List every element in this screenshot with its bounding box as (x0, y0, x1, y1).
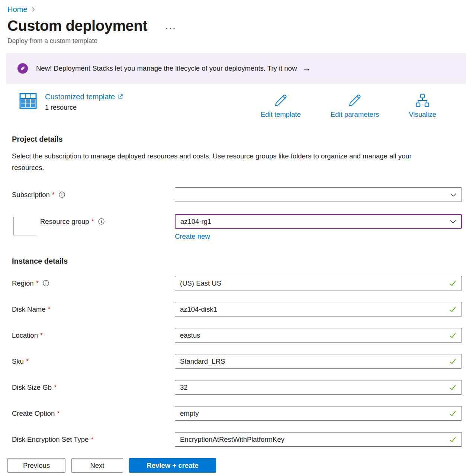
sku-input[interactable]: Standard_LRS (175, 354, 462, 369)
sku-field-row: Sku * Standard_LRS (12, 354, 466, 369)
template-text: Customized template 1 resource (45, 93, 123, 112)
disk-name-input[interactable]: az104-disk1 (175, 302, 462, 316)
required-asterisk: * (91, 435, 93, 444)
required-asterisk: * (26, 357, 29, 366)
instance-details-fields: Region * (US) East US Disk Name * az104-… (12, 276, 466, 447)
required-asterisk: * (40, 331, 43, 340)
info-icon[interactable] (43, 280, 49, 286)
resource-count: 1 resource (45, 104, 123, 112)
breadcrumb-home-link[interactable]: Home (7, 5, 27, 14)
region-input[interactable]: (US) East US (175, 276, 462, 290)
field-value: Standard_LRS (180, 357, 449, 366)
page-title: Custom deployment (7, 17, 147, 34)
field-value: az104-rg1 (180, 218, 450, 226)
chevron-down-icon[interactable] (450, 218, 456, 225)
field-label-text: Create Option (12, 409, 55, 418)
field-label-text: Disk Size Gb (12, 383, 52, 392)
checkmark-icon (449, 435, 457, 443)
project-details-fields: Subscription * Resource group * (12, 187, 466, 241)
info-icon[interactable] (98, 218, 105, 225)
instance-details-heading: Instance details (12, 257, 466, 266)
region-field-row: Region * (US) East US (12, 276, 466, 290)
create-new-link[interactable]: Create new (175, 232, 210, 241)
rocket-icon (17, 63, 28, 74)
disk-size-label: Disk Size Gb * (12, 383, 175, 392)
required-asterisk: * (52, 191, 55, 199)
chevron-down-icon[interactable] (450, 192, 457, 198)
next-button[interactable]: Next (71, 458, 123, 473)
edit-template-button[interactable]: Edit template (261, 93, 301, 119)
breadcrumb: Home (0, 0, 466, 14)
field-label-text: Location (12, 331, 38, 340)
required-asterisk: * (48, 305, 50, 313)
action-label: Visualize (409, 110, 436, 119)
announcement-banner[interactable]: New! Deployment Stacks let you manage th… (6, 53, 466, 84)
disk-encryption-label: Disk Encryption Set Type * (12, 435, 175, 444)
sku-label: Sku * (12, 357, 175, 366)
arrow-right-icon: → (302, 64, 311, 74)
resource-group-dropdown[interactable]: az104-rg1 (175, 214, 462, 229)
field-label-text: Sku (12, 357, 24, 366)
disk-encryption-input[interactable]: EncryptionAtRestWithPlatformKey (175, 432, 462, 447)
field-value: EncryptionAtRestWithPlatformKey (180, 435, 449, 444)
banner-text: New! Deployment Stacks let you manage th… (36, 64, 297, 73)
template-name-label: Customized template (45, 93, 115, 101)
page-subtitle: Deploy from a custom template (7, 37, 466, 45)
edit-parameters-button[interactable]: Edit parameters (331, 93, 379, 119)
chevron-right-icon (31, 5, 36, 14)
wizard-footer: Previous Next Review + create (0, 447, 466, 476)
template-info: Customized template 1 resource (19, 93, 123, 112)
info-icon[interactable] (59, 192, 65, 198)
subscription-label: Subscription * (12, 191, 175, 199)
disk-size-input[interactable]: 32 (175, 380, 462, 395)
field-label-text: Resource group (40, 218, 89, 226)
action-label: Edit parameters (331, 110, 379, 119)
field-value: (US) East US (180, 279, 449, 287)
review-create-button[interactable]: Review + create (129, 458, 216, 473)
required-asterisk: * (36, 279, 39, 287)
template-bar: Customized template 1 resource (19, 93, 436, 119)
template-icon (19, 93, 37, 112)
field-value: empty (180, 409, 449, 418)
project-details-heading: Project details (12, 135, 466, 144)
pencil-icon (273, 93, 289, 110)
checkmark-icon (449, 331, 457, 339)
disk-encryption-field-row: Disk Encryption Set Type * EncryptionAtR… (12, 432, 466, 447)
checkmark-icon (449, 357, 457, 365)
location-input[interactable]: eastus (175, 328, 462, 342)
disk-name-field-row: Disk Name * az104-disk1 (12, 302, 466, 316)
customized-template-link[interactable]: Customized template (45, 93, 123, 101)
visualize-button[interactable]: Visualize (409, 93, 436, 119)
checkmark-icon (449, 305, 457, 313)
subscription-dropdown[interactable] (175, 187, 462, 202)
template-actions: Edit template Edit parameters (261, 93, 436, 119)
field-value: eastus (180, 331, 449, 340)
external-link-icon (118, 93, 123, 101)
subscription-field-row: Subscription * (12, 187, 466, 202)
resource-group-connector (13, 217, 36, 235)
required-asterisk: * (54, 383, 57, 392)
more-menu-button[interactable]: ··· (165, 20, 176, 32)
region-label: Region * (12, 279, 175, 287)
checkmark-icon (449, 279, 457, 287)
create-option-field-row: Create Option * empty (12, 406, 466, 421)
field-value: 32 (180, 383, 449, 392)
field-label-text: Disk Name (12, 305, 45, 313)
field-value: az104-disk1 (180, 305, 449, 313)
project-details-description: Select the subscription to manage deploy… (12, 150, 440, 173)
page-header: Custom deployment ··· (7, 17, 466, 34)
custom-deployment-page: Home Custom deployment ··· Deploy from a… (0, 0, 466, 476)
field-label-text: Disk Encryption Set Type (12, 435, 89, 444)
checkmark-icon (449, 409, 457, 417)
previous-button[interactable]: Previous (7, 458, 65, 473)
field-label-text: Subscription (12, 191, 50, 199)
disk-size-field-row: Disk Size Gb * 32 (12, 380, 466, 395)
resource-group-field-row: Resource group * az104-rg1 (12, 214, 466, 229)
required-asterisk: * (57, 409, 60, 418)
create-option-input[interactable]: empty (175, 406, 462, 421)
checkmark-icon (449, 383, 457, 391)
create-option-label: Create Option * (12, 409, 175, 418)
location-field-row: Location * eastus (12, 328, 466, 342)
field-label-text: Region (12, 279, 34, 287)
required-asterisk: * (91, 218, 94, 226)
